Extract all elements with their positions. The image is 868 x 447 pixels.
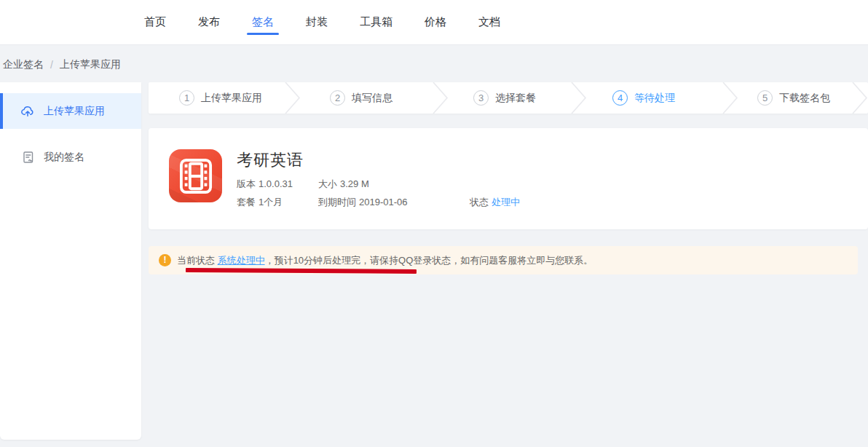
- chevron-separator-icon: [569, 82, 588, 114]
- step-label: 等待处理: [634, 92, 675, 105]
- breadcrumb-upload-app: 上传苹果应用: [60, 58, 121, 71]
- sidebar-item-my-signatures[interactable]: 我的签名: [0, 144, 141, 170]
- version-label: 版本: [237, 178, 256, 189]
- exclamation-circle-icon: !: [159, 254, 171, 266]
- sidebar-item-upload-apple-app[interactable]: 上传苹果应用: [0, 93, 141, 129]
- chevron-separator-icon: [431, 82, 450, 114]
- app-title: 考研英语: [237, 149, 304, 171]
- step-label: 上传苹果应用: [201, 92, 262, 105]
- nav-item-signature[interactable]: 签名: [247, 0, 279, 45]
- breadcrumb-enterprise-signature[interactable]: 企业签名: [3, 58, 44, 71]
- status-label: 状态: [470, 197, 489, 207]
- breadcrumb-separator: /: [50, 59, 53, 71]
- app-card: 考研英语 版本1.0.0.31 大小3.29 M 套餐1个月 到期时间2019-…: [149, 128, 868, 229]
- notice-text: 当前状态 系统处理中，预计10分钟后处理完，请保持QQ登录状态，如有问题客服将立…: [177, 254, 593, 267]
- expire-label: 到期时间: [318, 197, 356, 207]
- top-bar: 首页 发布 签名 封装 工具箱 价格 文档: [0, 0, 868, 45]
- app-plan: 套餐1个月: [237, 196, 283, 209]
- notice-prefix: 当前状态: [177, 255, 218, 266]
- nav-item-price[interactable]: 价格: [419, 0, 451, 45]
- nav-item-home[interactable]: 首页: [139, 0, 171, 45]
- main-content: 1 上传苹果应用 2 填写信息 3 选择套餐 4 等待处理 5 下载签名包: [149, 82, 868, 440]
- nav-item-packaging[interactable]: 封装: [301, 0, 333, 45]
- step-waiting-processing: 4 等待处理: [612, 82, 675, 114]
- app-size: 大小3.29 M: [318, 178, 369, 191]
- signature-doc-icon: [22, 151, 35, 164]
- nav-item-docs[interactable]: 文档: [473, 0, 505, 45]
- step-number: 1: [179, 90, 194, 106]
- progress-stepper: 1 上传苹果应用 2 填写信息 3 选择套餐 4 等待处理 5 下载签名包: [149, 82, 868, 114]
- step-number: 5: [757, 90, 773, 106]
- breadcrumb: 企业签名 / 上传苹果应用: [3, 58, 121, 71]
- size-label: 大小: [318, 178, 337, 189]
- app-status: 状态处理中: [470, 196, 520, 209]
- film-strip-icon: [169, 149, 222, 202]
- plan-value: 1个月: [259, 197, 283, 207]
- plan-label: 套餐: [237, 197, 256, 207]
- step-upload-apple-app: 1 上传苹果应用: [179, 82, 262, 114]
- cloud-upload-icon: [20, 104, 35, 119]
- app-expire-date: 到期时间2019-01-06: [318, 196, 408, 209]
- nav-item-toolbox[interactable]: 工具箱: [355, 0, 398, 45]
- sidebar-item-label: 我的签名: [44, 151, 84, 164]
- sidebar-item-label: 上传苹果应用: [44, 105, 105, 118]
- notice-status-link[interactable]: 系统处理中: [218, 255, 265, 266]
- step-label: 选择套餐: [495, 92, 536, 105]
- step-fill-info: 2 填写信息: [330, 82, 392, 114]
- step-download-package: 5 下载签名包: [757, 82, 830, 114]
- step-number: 3: [473, 90, 489, 106]
- chevron-separator-icon: [283, 82, 302, 114]
- page: 首页 发布 签名 封装 工具箱 价格 文档 企业签名 / 上传苹果应用 上传苹果…: [0, 0, 868, 447]
- step-choose-plan: 3 选择套餐: [473, 82, 536, 114]
- status-value-link[interactable]: 处理中: [492, 197, 520, 207]
- app-version: 版本1.0.0.31: [237, 178, 293, 191]
- notice-suffix: ，预计10分钟后处理完，请保持QQ登录状态，如有问题客服将立即与您联系。: [265, 255, 593, 266]
- step-label: 填写信息: [352, 92, 392, 105]
- chevron-separator-icon: [851, 82, 868, 114]
- top-nav: 首页 发布 签名 封装 工具箱 价格 文档: [139, 0, 527, 45]
- step-number: 2: [330, 90, 345, 106]
- step-label: 下载签名包: [779, 92, 830, 105]
- size-value: 3.29 M: [340, 178, 369, 189]
- chevron-separator-icon: [721, 82, 740, 114]
- nav-item-publish[interactable]: 发布: [193, 0, 225, 45]
- expire-value: 2019-01-06: [359, 197, 408, 207]
- sidebar: 上传苹果应用 我的签名: [0, 82, 141, 440]
- version-value: 1.0.0.31: [259, 178, 293, 189]
- step-number: 4: [612, 90, 628, 106]
